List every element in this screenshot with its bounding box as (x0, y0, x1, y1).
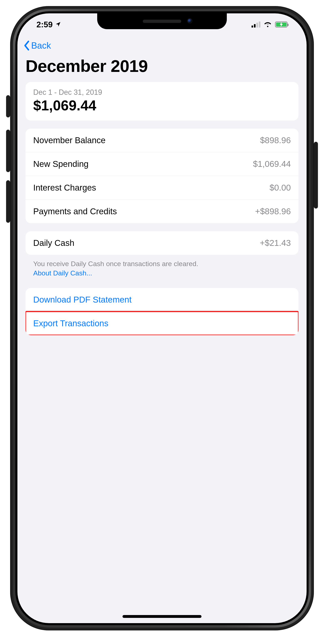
row-new-spending: New Spending $1,069.44 (26, 152, 298, 176)
front-camera (187, 18, 192, 24)
speaker-grille (143, 20, 181, 23)
daily-cash-card: Daily Cash +$21.43 (26, 231, 298, 255)
battery-icon (275, 22, 288, 28)
wifi-icon (264, 21, 272, 28)
charging-bolt-icon (276, 22, 287, 27)
daily-cash-note-text: You receive Daily Cash once transactions… (33, 260, 198, 268)
row-value: $1,069.44 (253, 159, 291, 169)
statement-breakdown-card: November Balance $898.96 New Spending $1… (26, 128, 298, 223)
power-button (314, 142, 318, 208)
export-transactions-button[interactable]: Export Transactions (26, 312, 298, 335)
status-time: 2:59 (36, 20, 53, 29)
home-indicator[interactable] (122, 615, 202, 618)
download-pdf-button[interactable]: Download PDF Statement (26, 288, 298, 312)
cellular-signal-icon (252, 22, 260, 28)
row-label: New Spending (33, 159, 88, 169)
chevron-left-icon (23, 40, 30, 51)
row-payments-credits: Payments and Credits +$898.96 (26, 200, 298, 223)
statement-summary-card: Dec 1 - Dec 31, 2019 $1,069.44 (26, 82, 298, 120)
row-label: Interest Charges (33, 183, 96, 192)
volume-up-button (6, 130, 10, 172)
row-interest-charges: Interest Charges $0.00 (26, 176, 298, 200)
notch (97, 13, 227, 29)
row-label: November Balance (33, 136, 106, 145)
row-label: Payments and Credits (33, 206, 117, 216)
daily-cash-footnote: You receive Daily Cash once transactions… (26, 259, 298, 278)
row-label: Daily Cash (33, 238, 74, 248)
mute-switch (6, 95, 10, 118)
row-previous-balance: November Balance $898.96 (26, 128, 298, 152)
back-button[interactable]: Back (23, 40, 51, 51)
row-value: $898.96 (260, 136, 291, 145)
actions-card: Download PDF Statement Export Transactio… (26, 288, 298, 335)
statement-total: $1,069.44 (33, 98, 291, 114)
row-value: +$21.43 (260, 238, 291, 248)
about-daily-cash-link[interactable]: About Daily Cash... (33, 269, 92, 277)
row-value: $0.00 (270, 183, 291, 192)
page-title: December 2019 (18, 52, 306, 82)
phone-frame: 2:59 (10, 6, 314, 630)
row-daily-cash: Daily Cash +$21.43 (26, 231, 298, 255)
statement-date-range: Dec 1 - Dec 31, 2019 (33, 88, 291, 96)
row-value: +$898.96 (255, 206, 291, 216)
back-label: Back (31, 40, 51, 51)
location-icon (55, 20, 61, 29)
volume-down-button (6, 180, 10, 223)
screen: 2:59 (18, 13, 306, 623)
